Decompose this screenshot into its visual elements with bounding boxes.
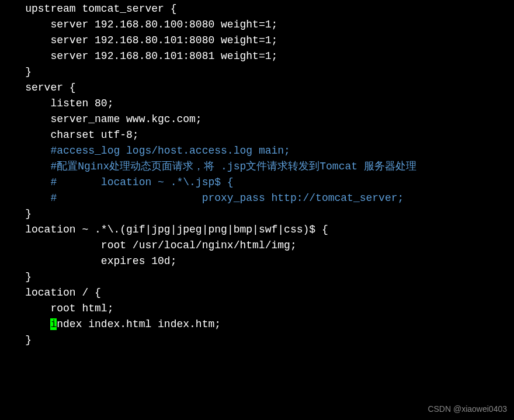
code-line: expires 10d; — [0, 254, 514, 269]
code-line: # proxy_pass http://tomcat_server; — [0, 190, 514, 206]
text-cursor: i — [50, 318, 57, 330]
code-line: } — [0, 269, 514, 285]
code-line: } — [0, 64, 514, 80]
code-line: #access_log logs/host.access.log main; — [0, 143, 514, 159]
code-line: server_name www.kgc.com; — [0, 112, 514, 127]
code-line: #配置Nginx处理动态页面请求，将 .jsp文件请求转发到Tomcat 服务器… — [0, 159, 514, 175]
code-line: index index.html index.htm; — [0, 317, 514, 332]
code-line: root /usr/local/nginx/html/img; — [0, 238, 514, 254]
code-line: upstream tomcat_server { — [0, 1, 514, 17]
code-line: server 192.168.80.100:8080 weight=1; — [0, 17, 514, 33]
code-line: server 192.168.80.101:8080 weight=1; — [0, 33, 514, 48]
code-line: charset utf-8; — [0, 127, 514, 143]
code-line: location ~ .*\.(gif|jpg|jpeg|png|bmp|swf… — [0, 222, 514, 238]
code-line: server 192.168.80.101:8081 weight=1; — [0, 48, 514, 64]
code-line: location / { — [0, 285, 514, 301]
watermark-text: CSDN @xiaowei0403 — [428, 403, 507, 415]
terminal-editor[interactable]: upstream tomcat_server { server 192.168.… — [0, 1, 514, 348]
code-line: # location ~ .*\.jsp$ { — [0, 175, 514, 190]
code-line: root html; — [0, 301, 514, 317]
code-line: listen 80; — [0, 96, 514, 112]
code-line: } — [0, 206, 514, 222]
code-line: } — [0, 332, 514, 348]
code-line: server { — [0, 80, 514, 96]
